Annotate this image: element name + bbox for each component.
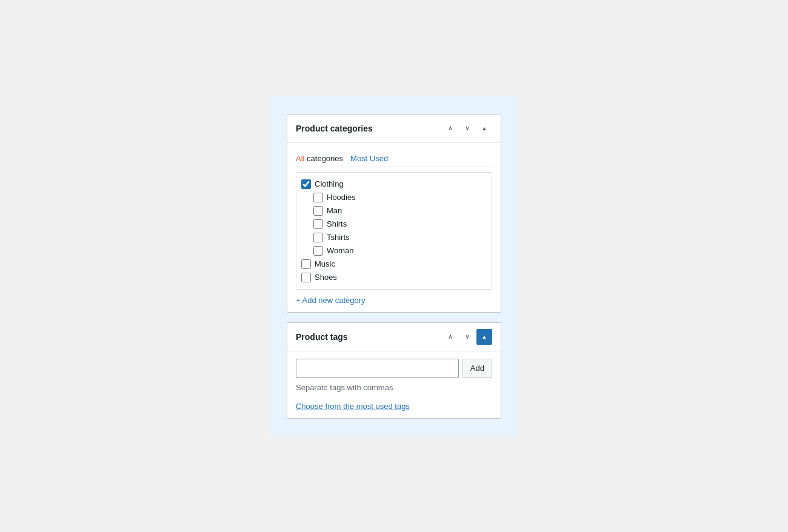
chevron-up-icon <box>448 124 453 132</box>
tags-panel-header: Product tags <box>287 323 501 351</box>
most-used-label: Most Used <box>350 154 388 163</box>
product-tags-panel: Product tags Add Separate tags with comm… <box>287 322 501 419</box>
shoes-checkbox[interactable] <box>301 273 311 282</box>
tab-all-categories[interactable]: All categories <box>296 150 350 167</box>
list-item: Shoes <box>300 271 488 284</box>
hoodies-checkbox[interactable] <box>313 193 323 202</box>
categories-collapse-down-button[interactable] <box>459 121 475 136</box>
tab-most-used[interactable]: Most Used <box>350 150 395 167</box>
list-item: Tshirts <box>300 231 488 244</box>
chevron-up-icon <box>448 333 453 341</box>
tags-collapse-down-button[interactable] <box>459 329 475 345</box>
hoodies-label: Hoodies <box>327 193 356 202</box>
choose-most-used-tags-link[interactable]: Choose from the most used tags <box>296 402 410 411</box>
tags-input-row: Add <box>296 359 492 378</box>
category-list[interactable]: Clothing Hoodies Man Shirts <box>296 172 492 290</box>
categories-panel-body: All categories Most Used Clothing Hoodie… <box>287 143 501 312</box>
sidebar-wrapper: Product categories All categories M <box>270 96 518 437</box>
tags-panel-title: Product tags <box>296 332 348 342</box>
tshirts-label: Tshirts <box>327 233 350 242</box>
woman-label: Woman <box>327 246 354 255</box>
list-item: Man <box>300 204 488 218</box>
shirts-checkbox[interactable] <box>313 219 323 229</box>
categories-tabs: All categories Most Used <box>296 150 492 167</box>
categories-collapse-up-button[interactable] <box>442 121 458 136</box>
categories-expand-button[interactable] <box>476 121 492 136</box>
categories-panel-controls <box>442 121 492 136</box>
product-categories-panel: Product categories All categories M <box>287 114 501 313</box>
music-checkbox[interactable] <box>301 259 311 269</box>
list-item: Hoodies <box>300 191 488 204</box>
man-label: Man <box>327 206 342 215</box>
all-letter: All <box>296 154 304 163</box>
tshirts-checkbox[interactable] <box>313 233 323 242</box>
list-item: Woman <box>300 244 488 258</box>
man-checkbox[interactable] <box>313 206 323 216</box>
tags-hint: Separate tags with commas <box>296 383 492 392</box>
categories-panel-title: Product categories <box>296 124 373 133</box>
tags-panel-controls <box>442 329 492 345</box>
tags-expand-button[interactable] <box>476 329 492 345</box>
list-item: Shirts <box>300 218 488 231</box>
shoes-label: Shoes <box>315 273 337 282</box>
categories-suffix: categories <box>304 154 343 163</box>
tags-panel-body: Add Separate tags with commas Choose fro… <box>287 351 501 418</box>
list-item: Music <box>300 258 488 271</box>
chevron-up-sm-icon <box>482 125 487 131</box>
add-new-category-link[interactable]: + Add new category <box>296 296 366 305</box>
woman-checkbox[interactable] <box>313 246 323 256</box>
clothing-checkbox[interactable] <box>301 179 311 189</box>
tags-collapse-up-button[interactable] <box>442 329 458 345</box>
chevron-down-icon <box>465 333 470 341</box>
categories-panel-header: Product categories <box>287 115 501 143</box>
tag-input[interactable] <box>296 359 459 378</box>
chevron-up-sm-icon <box>482 333 487 340</box>
shirts-label: Shirts <box>327 219 347 228</box>
list-item: Clothing <box>300 178 488 191</box>
chevron-down-icon <box>465 124 470 132</box>
music-label: Music <box>315 259 335 268</box>
add-tag-button[interactable]: Add <box>462 359 492 378</box>
clothing-label: Clothing <box>315 179 344 188</box>
